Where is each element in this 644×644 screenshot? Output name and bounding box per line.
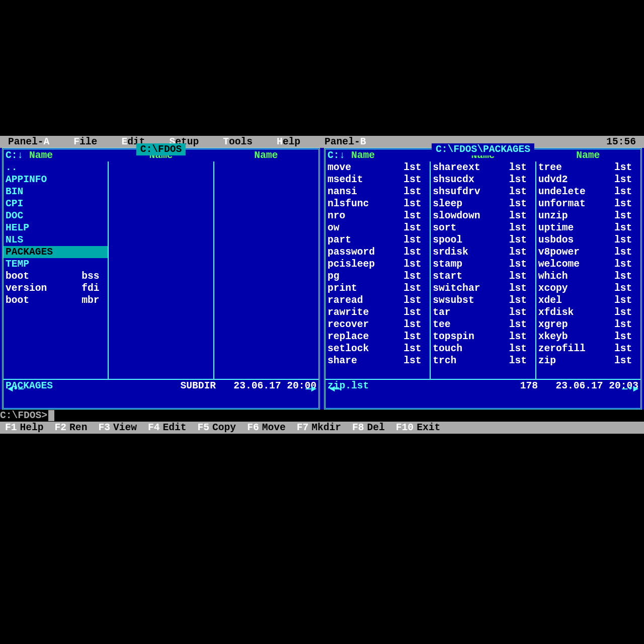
- directory-entry[interactable]: DOC: [4, 210, 108, 222]
- file-entry[interactable]: printlst: [326, 282, 430, 294]
- menu-item-file[interactable]: File: [73, 136, 97, 148]
- file-entry[interactable]: recoverlst: [326, 318, 430, 331]
- file-entry[interactable]: xcopylst: [536, 282, 640, 294]
- file-entry[interactable]: xfdisklst: [536, 306, 640, 318]
- menu-item-panelb[interactable]: Panel-B: [325, 136, 366, 148]
- directory-entry[interactable]: CPI: [4, 198, 108, 210]
- file-entry[interactable]: switcharlst: [431, 282, 535, 294]
- fnkey-ren[interactable]: F2Ren: [50, 422, 88, 434]
- column-header[interactable]: C:↓ Name: [4, 149, 109, 162]
- directory-entry[interactable]: BIN: [4, 186, 108, 198]
- menu-item-panela[interactable]: Panel-A: [8, 136, 49, 148]
- file-entry[interactable]: partlst: [326, 234, 430, 246]
- file-entry[interactable]: trchlst: [431, 355, 535, 367]
- file-entry[interactable]: unziplst: [536, 210, 640, 222]
- file-entry[interactable]: bootbss: [4, 270, 108, 282]
- directory-entry[interactable]: TEMP: [4, 258, 108, 270]
- entry-name: shareext: [433, 162, 509, 174]
- file-entry[interactable]: undeletelst: [536, 186, 640, 198]
- file-entry[interactable]: nlsfunclst: [326, 198, 430, 210]
- fnkey-view[interactable]: F3View: [93, 422, 137, 434]
- fnkey-exit[interactable]: F10Exit: [391, 422, 440, 434]
- file-entry[interactable]: rareadlst: [326, 294, 430, 306]
- fnkey-del[interactable]: F8Del: [347, 422, 385, 434]
- file-entry[interactable]: unformatlst: [536, 198, 640, 210]
- file-entry[interactable]: whichlst: [536, 270, 640, 282]
- file-entry[interactable]: bootmbr: [4, 294, 108, 306]
- function-key-bar[interactable]: F1HelpF2RenF3ViewF4EditF5CopyF6MoveF7Mkd…: [0, 422, 644, 434]
- file-entry[interactable]: pcisleeplst: [326, 258, 430, 270]
- file-entry[interactable]: ziplst: [536, 355, 640, 367]
- entry-ext: lst: [509, 331, 533, 343]
- file-entry[interactable]: topspinlst: [431, 331, 535, 343]
- menubar[interactable]: Panel-AFileEditSetupToolsHelpPanel-B 15:…: [0, 136, 644, 148]
- file-entry[interactable]: teelst: [431, 318, 535, 331]
- file-entry[interactable]: movelst: [326, 162, 430, 174]
- file-entry[interactable]: sortlst: [431, 222, 535, 234]
- file-entry[interactable]: swsubstlst: [431, 294, 535, 306]
- entry-name: HELP: [6, 222, 106, 234]
- file-entry[interactable]: sharelst: [326, 355, 430, 367]
- command-prompt[interactable]: C:\FDOS>: [0, 410, 644, 422]
- fnkey-move[interactable]: F6Move: [242, 422, 286, 434]
- entry-ext: lst: [404, 343, 428, 355]
- fnkey-mkdir[interactable]: F7Mkdir: [292, 422, 341, 434]
- file-entry[interactable]: shsucdxlst: [431, 174, 535, 186]
- file-entry[interactable]: stamplst: [431, 258, 535, 270]
- file-entry[interactable]: nrolst: [326, 210, 430, 222]
- file-entry[interactable]: rawritelst: [326, 306, 430, 318]
- entry-name: ow: [328, 222, 404, 234]
- panel-b[interactable]: C:\FDOS\PACKAGES C:↓ NameNameName movels…: [324, 148, 642, 410]
- file-entry[interactable]: welcomelst: [536, 258, 640, 270]
- file-entry[interactable]: srdisklst: [431, 246, 535, 258]
- file-entry[interactable]: xdellst: [536, 294, 640, 306]
- file-entry[interactable]: tarlst: [431, 306, 535, 318]
- column-header[interactable]: Name: [535, 149, 640, 162]
- file-entry[interactable]: versionfdi: [4, 282, 108, 294]
- file-entry[interactable]: udvd2lst: [536, 174, 640, 186]
- file-entry[interactable]: shareextlst: [431, 162, 535, 174]
- file-entry[interactable]: nansilst: [326, 186, 430, 198]
- file-entry[interactable]: sleeplst: [431, 198, 535, 210]
- directory-entry[interactable]: HELP: [4, 222, 108, 234]
- column-header[interactable]: C:↓ Name: [326, 149, 431, 162]
- file-entry[interactable]: pglst: [326, 270, 430, 282]
- file-entry[interactable]: v8powerlst: [536, 246, 640, 258]
- entry-ext: lst: [404, 198, 428, 210]
- column-header[interactable]: Name: [213, 149, 318, 162]
- entry-name: undelete: [538, 186, 614, 198]
- menu-item-tools[interactable]: Tools: [223, 136, 253, 148]
- file-entry[interactable]: treelst: [536, 162, 640, 174]
- entry-name: print: [328, 282, 404, 294]
- panel-b-title: C:\FDOS\PACKAGES: [432, 143, 534, 155]
- directory-entry[interactable]: APPINFO: [4, 174, 108, 186]
- panel-a[interactable]: C:\FDOS C:↓ NameNameName ..APPINFOBINCPI…: [2, 148, 320, 410]
- directory-entry[interactable]: ..: [4, 162, 108, 174]
- fnkey-help[interactable]: F1Help: [0, 422, 44, 434]
- fnkey-edit[interactable]: F4Edit: [143, 422, 187, 434]
- file-entry[interactable]: zerofilllst: [536, 343, 640, 355]
- file-entry[interactable]: slowdownlst: [431, 210, 535, 222]
- file-entry[interactable]: uptimelst: [536, 222, 640, 234]
- file-entry[interactable]: owlst: [326, 222, 430, 234]
- file-entry[interactable]: mseditlst: [326, 174, 430, 186]
- entry-name: move: [328, 162, 404, 174]
- menu-item-help[interactable]: Help: [277, 136, 300, 148]
- file-entry[interactable]: xgreplst: [536, 318, 640, 331]
- file-entry[interactable]: passwordlst: [326, 246, 430, 258]
- file-entry[interactable]: touchlst: [431, 343, 535, 355]
- file-entry[interactable]: spoollst: [431, 234, 535, 246]
- entry-name: zip: [538, 355, 614, 367]
- directory-entry[interactable]: PACKAGES: [4, 246, 108, 258]
- entry-ext: lst: [614, 198, 638, 210]
- entry-name: unformat: [538, 198, 614, 210]
- file-entry[interactable]: setlocklst: [326, 343, 430, 355]
- file-entry[interactable]: shsufdrvlst: [431, 186, 535, 198]
- file-entry[interactable]: startlst: [431, 270, 535, 282]
- file-entry[interactable]: xkeyblst: [536, 331, 640, 343]
- entry-name: BIN: [6, 186, 106, 198]
- fnkey-copy[interactable]: F5Copy: [193, 422, 236, 434]
- directory-entry[interactable]: NLS: [4, 234, 108, 246]
- file-entry[interactable]: usbdoslst: [536, 234, 640, 246]
- file-entry[interactable]: replacelst: [326, 331, 430, 343]
